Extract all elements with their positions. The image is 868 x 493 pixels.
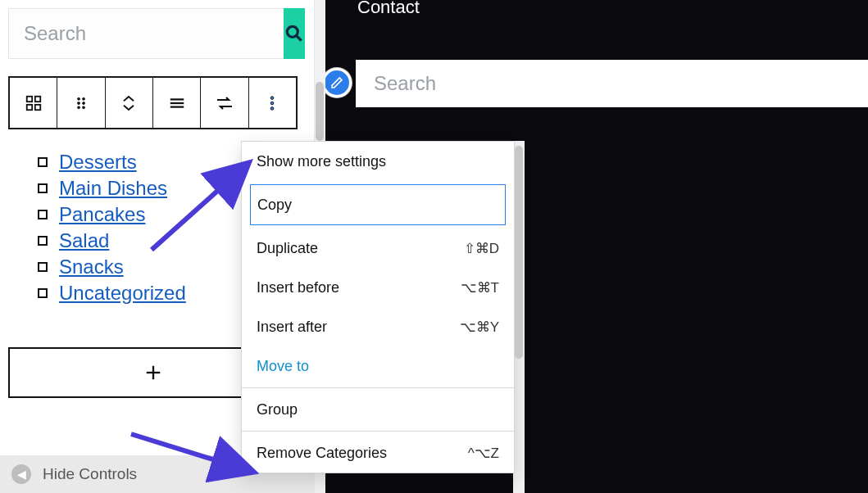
svg-point-8 <box>77 102 80 104</box>
svg-point-15 <box>270 96 274 99</box>
menu-item-label: Insert after <box>257 319 327 336</box>
svg-rect-4 <box>26 104 31 109</box>
menu-duplicate[interactable]: Duplicate⇧⌘D <box>242 228 514 268</box>
menu-scrollbar-thumb[interactable] <box>515 146 523 359</box>
list-item: Main Dishes <box>38 177 186 200</box>
list-item: Uncategorized <box>38 282 186 305</box>
toolbar-drag-handle[interactable] <box>57 78 105 128</box>
hide-controls-label: Hide Controls <box>43 465 137 483</box>
chevron-left-icon: ◀ <box>11 464 31 484</box>
svg-point-0 <box>287 26 298 37</box>
menu-copy[interactable]: Copy <box>250 184 506 225</box>
more-vertical-icon <box>263 94 281 112</box>
menu-move-to[interactable]: Move to <box>242 346 514 386</box>
pencil-icon <box>330 76 343 89</box>
menu-group[interactable]: Group <box>242 390 514 429</box>
widget-search <box>8 8 298 59</box>
menu-insert-before[interactable]: Insert before⌥⌘T <box>242 268 514 307</box>
toolbar-align[interactable] <box>153 78 201 128</box>
category-link[interactable]: Pancakes <box>59 203 145 226</box>
list-item: Salad <box>38 229 186 252</box>
svg-point-7 <box>82 97 84 100</box>
sidebar-scrollbar-thumb[interactable] <box>316 82 324 141</box>
plus-icon <box>144 364 162 382</box>
block-options-menu: Show more settings Copy Duplicate⇧⌘D Ins… <box>241 141 515 473</box>
bullet-icon <box>38 288 48 298</box>
svg-point-9 <box>82 102 84 104</box>
preview-search-field[interactable] <box>356 60 868 107</box>
preview-search-input[interactable] <box>374 72 850 95</box>
block-toolbar <box>8 76 298 129</box>
category-link[interactable]: Snacks <box>59 256 124 278</box>
menu-item-label: Remove Categories <box>257 445 387 462</box>
category-link[interactable]: Main Dishes <box>59 177 167 200</box>
svg-point-10 <box>77 106 80 108</box>
align-icon <box>168 94 186 112</box>
menu-item-shortcut: ^⌥Z <box>468 445 499 462</box>
svg-line-1 <box>297 36 301 40</box>
category-link[interactable]: Salad <box>59 229 109 252</box>
drag-handle-icon <box>74 96 89 111</box>
svg-point-11 <box>82 106 84 108</box>
widget-search-button[interactable] <box>284 8 305 59</box>
menu-separator <box>242 387 514 388</box>
list-item: Pancakes <box>38 203 186 226</box>
menu-item-shortcut: ⇧⌘D <box>464 240 499 257</box>
toolbar-move[interactable] <box>106 78 153 128</box>
svg-point-6 <box>77 97 80 100</box>
bullet-icon <box>38 183 48 193</box>
category-link[interactable]: Uncategorized <box>59 282 186 305</box>
categories-list: Desserts Main Dishes Pancakes Salad Snac… <box>38 147 186 308</box>
menu-item-label: Duplicate <box>257 240 318 257</box>
chevron-down-icon <box>121 103 136 111</box>
bullet-icon <box>38 210 48 219</box>
menu-item-shortcut: ⌥⌘Y <box>460 319 499 336</box>
grid-icon <box>25 94 43 112</box>
menu-item-label: Move to <box>257 358 309 375</box>
svg-rect-5 <box>34 104 39 109</box>
list-item: Desserts <box>38 151 186 174</box>
category-link[interactable]: Desserts <box>59 151 137 174</box>
swap-icon <box>215 93 234 113</box>
toolbar-transform[interactable] <box>201 78 248 128</box>
menu-item-label: Copy <box>257 197 292 214</box>
svg-rect-2 <box>26 96 31 101</box>
menu-item-label: Group <box>257 401 298 418</box>
list-item: Snacks <box>38 256 186 278</box>
svg-point-16 <box>270 102 274 105</box>
menu-insert-after[interactable]: Insert after⌥⌘Y <box>242 307 514 346</box>
bullet-icon <box>38 262 48 272</box>
widget-search-input[interactable] <box>8 8 284 59</box>
menu-item-label: Show more settings <box>257 153 386 170</box>
menu-separator <box>242 431 514 432</box>
chevron-up-icon <box>121 95 136 103</box>
nav-contact[interactable]: Contact <box>357 0 420 18</box>
toolbar-block-type[interactable] <box>10 78 57 128</box>
toolbar-more-options[interactable] <box>249 78 296 128</box>
menu-item-label: Insert before <box>257 279 339 296</box>
bullet-icon <box>38 236 48 246</box>
svg-rect-3 <box>34 96 39 101</box>
svg-point-17 <box>270 106 274 110</box>
edit-block-button[interactable] <box>322 68 352 97</box>
bullet-icon <box>38 157 48 167</box>
search-icon <box>284 23 305 44</box>
menu-show-more-settings[interactable]: Show more settings <box>242 142 514 181</box>
menu-item-shortcut: ⌥⌘T <box>461 279 499 296</box>
menu-remove[interactable]: Remove Categories^⌥Z <box>242 433 514 473</box>
